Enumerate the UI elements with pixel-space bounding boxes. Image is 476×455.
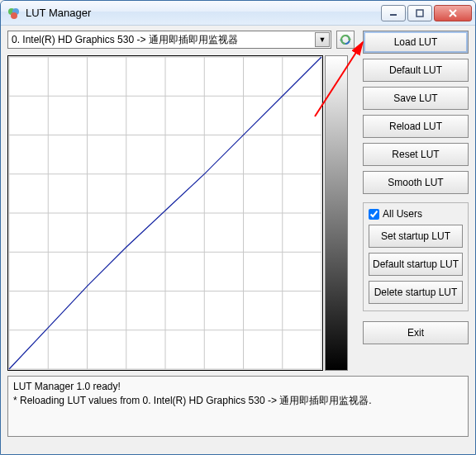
- maximize-button[interactable]: [407, 5, 432, 21]
- gradient-strip: [325, 55, 348, 371]
- default-lut-button[interactable]: Default LUT: [363, 59, 469, 82]
- startup-group: All Users Set startup LUT Default startu…: [363, 202, 469, 311]
- device-select-value: 0. Intel(R) HD Graphics 530 -> 通用即插即用监视器: [12, 33, 238, 47]
- titlebar: LUT Manager: [1, 1, 475, 26]
- refresh-button[interactable]: [336, 31, 355, 49]
- window-frame: LUT Manager 0. Intel(R) HD Graphics 530 …: [0, 0, 476, 455]
- default-startup-lut-button[interactable]: Default startup LUT: [369, 253, 463, 276]
- reload-lut-button[interactable]: Reload LUT: [363, 115, 469, 138]
- client-area: 0. Intel(R) HD Graphics 530 -> 通用即插即用监视器…: [1, 26, 475, 454]
- log-line: * Reloading LUT values from 0. Intel(R) …: [13, 394, 463, 408]
- svg-rect-4: [416, 10, 423, 17]
- refresh-icon: [339, 33, 352, 46]
- delete-startup-lut-button[interactable]: Delete startup LUT: [369, 281, 463, 304]
- main-row: 0. Intel(R) HD Graphics 530 -> 通用即插即用监视器…: [7, 31, 469, 371]
- device-select[interactable]: 0. Intel(R) HD Graphics 530 -> 通用即插即用监视器…: [7, 31, 331, 49]
- device-row: 0. Intel(R) HD Graphics 530 -> 通用即插即用监视器…: [7, 31, 355, 49]
- log-panel: LUT Manager 1.0 ready! * Reloading LUT v…: [7, 376, 469, 437]
- smooth-lut-button[interactable]: Smooth LUT: [363, 171, 469, 194]
- window-controls: [381, 5, 472, 21]
- log-line: LUT Manager 1.0 ready!: [13, 380, 463, 394]
- minimize-button[interactable]: [381, 5, 406, 21]
- exit-button[interactable]: Exit: [363, 321, 469, 344]
- window-title: LUT Manager: [26, 7, 381, 19]
- svg-marker-8: [348, 39, 351, 41]
- close-button[interactable]: [434, 5, 472, 21]
- load-lut-button[interactable]: Load LUT: [363, 31, 469, 54]
- all-users-label: All Users: [383, 208, 422, 220]
- lut-chart: [7, 55, 323, 371]
- chart-area: [7, 55, 355, 371]
- reset-lut-button[interactable]: Reset LUT: [363, 143, 469, 166]
- all-users-checkbox[interactable]: [369, 209, 379, 220]
- svg-point-2: [11, 12, 17, 19]
- right-column: Load LUT Default LUT Save LUT Reload LUT…: [363, 31, 469, 344]
- chevron-down-icon: ▼: [315, 32, 330, 47]
- left-column: 0. Intel(R) HD Graphics 530 -> 通用即插即用监视器…: [7, 31, 355, 371]
- save-lut-button[interactable]: Save LUT: [363, 87, 469, 110]
- all-users-checkbox-row[interactable]: All Users: [369, 208, 463, 220]
- app-icon: [7, 7, 21, 20]
- set-startup-lut-button[interactable]: Set startup LUT: [369, 225, 463, 248]
